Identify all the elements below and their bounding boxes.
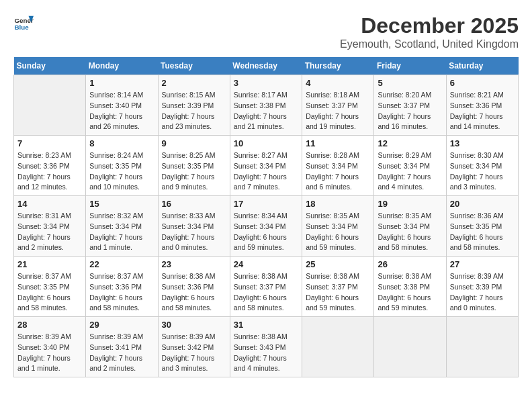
table-row: 27Sunrise: 8:39 AMSunset: 3:39 PMDayligh…	[446, 257, 518, 317]
table-row: 12Sunrise: 8:29 AMSunset: 3:34 PMDayligh…	[374, 136, 446, 196]
day-number: 16	[162, 199, 226, 209]
table-row: 7Sunrise: 8:23 AMSunset: 3:36 PMDaylight…	[14, 136, 86, 196]
table-row: 14Sunrise: 8:31 AMSunset: 3:34 PMDayligh…	[14, 196, 86, 257]
day-number: 14	[17, 199, 82, 209]
header-saturday: Saturday	[446, 57, 518, 75]
month-title: December 2025	[340, 13, 519, 38]
day-info: Sunrise: 8:35 AMSunset: 3:34 PMDaylight:…	[306, 211, 370, 253]
header-sunday: Sunday	[14, 57, 86, 75]
calendar-week-row: 21Sunrise: 8:37 AMSunset: 3:35 PMDayligh…	[14, 257, 519, 317]
day-number: 31	[234, 320, 298, 330]
location-title: Eyemouth, Scotland, United Kingdom	[340, 38, 519, 50]
table-row: 3Sunrise: 8:17 AMSunset: 3:38 PMDaylight…	[230, 75, 302, 136]
table-row: 15Sunrise: 8:32 AMSunset: 3:34 PMDayligh…	[86, 196, 158, 257]
day-info: Sunrise: 8:24 AMSunset: 3:35 PMDaylight:…	[89, 150, 154, 193]
table-row	[302, 317, 374, 377]
calendar-week-row: 7Sunrise: 8:23 AMSunset: 3:36 PMDaylight…	[14, 136, 519, 196]
day-number: 20	[450, 199, 515, 209]
day-number: 27	[450, 259, 515, 269]
day-info: Sunrise: 8:29 AMSunset: 3:34 PMDaylight:…	[378, 150, 442, 193]
day-info: Sunrise: 8:37 AMSunset: 3:36 PMDaylight:…	[89, 271, 154, 314]
day-info: Sunrise: 8:38 AMSunset: 3:38 PMDaylight:…	[378, 271, 442, 314]
day-number: 7	[17, 138, 82, 148]
table-row: 5Sunrise: 8:20 AMSunset: 3:37 PMDaylight…	[374, 75, 446, 136]
table-row: 28Sunrise: 8:39 AMSunset: 3:40 PMDayligh…	[14, 317, 86, 377]
day-number: 11	[306, 138, 370, 148]
day-info: Sunrise: 8:30 AMSunset: 3:34 PMDaylight:…	[450, 150, 515, 193]
day-info: Sunrise: 8:28 AMSunset: 3:34 PMDaylight:…	[306, 150, 370, 193]
day-info: Sunrise: 8:39 AMSunset: 3:40 PMDaylight:…	[17, 332, 82, 374]
day-number: 18	[306, 199, 370, 209]
day-number: 1	[89, 78, 154, 88]
table-row: 17Sunrise: 8:34 AMSunset: 3:34 PMDayligh…	[230, 196, 302, 257]
day-number: 30	[162, 320, 226, 330]
header-monday: Monday	[86, 57, 158, 75]
day-info: Sunrise: 8:38 AMSunset: 3:43 PMDaylight:…	[234, 332, 298, 374]
day-number: 22	[89, 259, 154, 269]
day-info: Sunrise: 8:39 AMSunset: 3:39 PMDaylight:…	[450, 271, 515, 314]
day-info: Sunrise: 8:34 AMSunset: 3:34 PMDaylight:…	[234, 211, 298, 253]
day-number: 8	[89, 138, 154, 148]
day-number: 2	[162, 78, 226, 88]
day-info: Sunrise: 8:38 AMSunset: 3:36 PMDaylight:…	[162, 271, 226, 314]
day-info: Sunrise: 8:27 AMSunset: 3:34 PMDaylight:…	[234, 150, 298, 193]
day-number: 19	[378, 199, 442, 209]
calendar-week-row: 14Sunrise: 8:31 AMSunset: 3:34 PMDayligh…	[14, 196, 519, 257]
day-number: 4	[306, 78, 370, 88]
table-row: 22Sunrise: 8:37 AMSunset: 3:36 PMDayligh…	[86, 257, 158, 317]
day-number: 13	[450, 138, 515, 148]
day-number: 15	[89, 199, 154, 209]
calendar-week-row: 28Sunrise: 8:39 AMSunset: 3:40 PMDayligh…	[14, 317, 519, 377]
table-row: 6Sunrise: 8:21 AMSunset: 3:36 PMDaylight…	[446, 75, 518, 136]
day-info: Sunrise: 8:14 AMSunset: 3:40 PMDaylight:…	[89, 90, 154, 132]
table-row: 24Sunrise: 8:38 AMSunset: 3:37 PMDayligh…	[230, 257, 302, 317]
header-wednesday: Wednesday	[230, 57, 302, 75]
table-row: 11Sunrise: 8:28 AMSunset: 3:34 PMDayligh…	[302, 136, 374, 196]
calendar-week-row: 1Sunrise: 8:14 AMSunset: 3:40 PMDaylight…	[14, 75, 519, 136]
day-number: 12	[378, 138, 442, 148]
table-row	[374, 317, 446, 377]
header-friday: Friday	[374, 57, 446, 75]
day-info: Sunrise: 8:39 AMSunset: 3:42 PMDaylight:…	[162, 332, 226, 374]
table-row: 29Sunrise: 8:39 AMSunset: 3:41 PMDayligh…	[86, 317, 158, 377]
day-info: Sunrise: 8:31 AMSunset: 3:34 PMDaylight:…	[17, 211, 82, 253]
day-number: 29	[89, 320, 154, 330]
day-info: Sunrise: 8:36 AMSunset: 3:35 PMDaylight:…	[450, 211, 515, 253]
day-info: Sunrise: 8:17 AMSunset: 3:38 PMDaylight:…	[234, 90, 298, 132]
table-row: 4Sunrise: 8:18 AMSunset: 3:37 PMDaylight…	[302, 75, 374, 136]
logo: General Blue	[13, 13, 34, 34]
table-row: 30Sunrise: 8:39 AMSunset: 3:42 PMDayligh…	[158, 317, 230, 377]
day-info: Sunrise: 8:20 AMSunset: 3:37 PMDaylight:…	[378, 90, 442, 132]
table-row: 31Sunrise: 8:38 AMSunset: 3:43 PMDayligh…	[230, 317, 302, 377]
table-row: 1Sunrise: 8:14 AMSunset: 3:40 PMDaylight…	[86, 75, 158, 136]
day-info: Sunrise: 8:33 AMSunset: 3:34 PMDaylight:…	[162, 211, 226, 253]
calendar-table: Sunday Monday Tuesday Wednesday Thursday…	[13, 57, 519, 377]
table-row: 18Sunrise: 8:35 AMSunset: 3:34 PMDayligh…	[302, 196, 374, 257]
calendar-header-row: Sunday Monday Tuesday Wednesday Thursday…	[14, 57, 519, 75]
day-number: 28	[17, 320, 82, 330]
header-tuesday: Tuesday	[158, 57, 230, 75]
table-row: 19Sunrise: 8:35 AMSunset: 3:34 PMDayligh…	[374, 196, 446, 257]
table-row	[14, 75, 86, 136]
day-number: 3	[234, 78, 298, 88]
page-header: General Blue December 2025 Eyemouth, Sco…	[13, 13, 519, 50]
day-number: 21	[17, 259, 82, 269]
title-block: December 2025 Eyemouth, Scotland, United…	[340, 13, 519, 50]
table-row: 26Sunrise: 8:38 AMSunset: 3:38 PMDayligh…	[374, 257, 446, 317]
day-info: Sunrise: 8:18 AMSunset: 3:37 PMDaylight:…	[306, 90, 370, 132]
day-info: Sunrise: 8:38 AMSunset: 3:37 PMDaylight:…	[234, 271, 298, 314]
day-info: Sunrise: 8:25 AMSunset: 3:35 PMDaylight:…	[162, 150, 226, 193]
day-info: Sunrise: 8:21 AMSunset: 3:36 PMDaylight:…	[450, 90, 515, 132]
day-number: 25	[306, 259, 370, 269]
day-number: 9	[162, 138, 226, 148]
table-row: 10Sunrise: 8:27 AMSunset: 3:34 PMDayligh…	[230, 136, 302, 196]
table-row: 16Sunrise: 8:33 AMSunset: 3:34 PMDayligh…	[158, 196, 230, 257]
table-row: 20Sunrise: 8:36 AMSunset: 3:35 PMDayligh…	[446, 196, 518, 257]
svg-text:Blue: Blue	[15, 24, 30, 31]
day-number: 23	[162, 259, 226, 269]
day-number: 17	[234, 199, 298, 209]
day-info: Sunrise: 8:38 AMSunset: 3:37 PMDaylight:…	[306, 271, 370, 314]
table-row: 13Sunrise: 8:30 AMSunset: 3:34 PMDayligh…	[446, 136, 518, 196]
table-row	[446, 317, 518, 377]
table-row: 25Sunrise: 8:38 AMSunset: 3:37 PMDayligh…	[302, 257, 374, 317]
